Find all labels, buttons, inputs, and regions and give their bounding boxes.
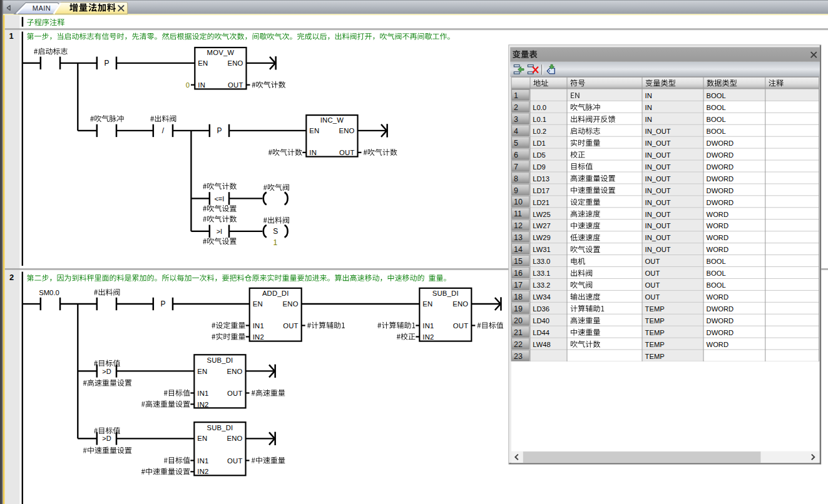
svg-text:TEMP: TEMP <box>645 305 665 313</box>
svg-text:SM0.0: SM0.0 <box>39 289 59 296</box>
svg-text:BOOL: BOOL <box>707 270 726 277</box>
svg-text:LD13: LD13 <box>533 175 549 183</box>
svg-text:2: 2 <box>514 103 518 112</box>
svg-text:OUT: OUT <box>453 322 468 330</box>
svg-text:OUT: OUT <box>339 149 354 156</box>
svg-text:10: 10 <box>514 198 523 206</box>
svg-text:LW31: LW31 <box>533 246 550 253</box>
svg-text:IN_OUT: IN_OUT <box>645 128 671 135</box>
svg-text:TEMP: TEMP <box>645 329 665 336</box>
svg-text:ENO: ENO <box>227 368 242 375</box>
svg-text:IN1: IN1 <box>253 322 264 330</box>
svg-text:DWORD: DWORD <box>707 187 734 194</box>
svg-text:EN: EN <box>197 368 207 375</box>
svg-text:EN: EN <box>422 300 432 308</box>
svg-text:IN: IN <box>198 81 205 89</box>
svg-text:6: 6 <box>514 151 518 159</box>
svg-text:BOOL: BOOL <box>707 92 726 99</box>
svg-text:DWORD: DWORD <box>707 199 734 206</box>
svg-text:L33.1: L33.1 <box>533 270 550 277</box>
svg-text:15: 15 <box>514 257 523 266</box>
svg-text:19: 19 <box>514 305 523 313</box>
svg-text:MOV_W: MOV_W <box>207 49 235 56</box>
svg-text:EN: EN <box>309 127 319 134</box>
svg-text:4: 4 <box>514 127 518 136</box>
svg-text:L0.1: L0.1 <box>533 116 546 123</box>
svg-text:L0.0: L0.0 <box>533 104 546 111</box>
svg-text:P: P <box>217 126 222 135</box>
svg-text:DWORD: DWORD <box>707 175 734 183</box>
svg-text:11: 11 <box>514 209 522 218</box>
svg-text:IN: IN <box>645 104 652 111</box>
svg-text:IN_OUT: IN_OUT <box>645 211 671 218</box>
svg-text:DWORD: DWORD <box>707 151 734 159</box>
svg-text:LD5: LD5 <box>533 151 546 159</box>
svg-text:ENO: ENO <box>227 59 243 67</box>
svg-text:LD40: LD40 <box>533 317 549 325</box>
svg-text:IN1: IN1 <box>197 390 208 397</box>
svg-text:WORD: WORD <box>707 211 728 218</box>
svg-text:DWORD: DWORD <box>707 163 734 171</box>
svg-text:>I: >I <box>217 228 222 235</box>
svg-text:LD9: LD9 <box>533 163 546 171</box>
svg-text:IN2: IN2 <box>422 333 434 341</box>
svg-text:TEMP: TEMP <box>645 317 665 325</box>
svg-text:L0.2: L0.2 <box>533 128 546 135</box>
svg-text:WORD: WORD <box>707 246 728 253</box>
svg-text:IN: IN <box>645 116 652 123</box>
svg-text:OUT: OUT <box>645 270 660 277</box>
svg-text:LW29: LW29 <box>533 234 550 241</box>
svg-text:WORD: WORD <box>707 341 728 348</box>
svg-text:OUT: OUT <box>227 457 242 465</box>
svg-text:>D: >D <box>102 368 111 375</box>
svg-text:IN_OUT: IN_OUT <box>645 187 671 194</box>
svg-text:2: 2 <box>9 273 14 282</box>
svg-text:IN_OUT: IN_OUT <box>645 139 671 147</box>
svg-text:>D: >D <box>102 435 111 442</box>
svg-text:LD36: LD36 <box>533 305 549 313</box>
svg-text:LW48: LW48 <box>533 341 550 348</box>
svg-text:12: 12 <box>514 221 523 230</box>
svg-text:L33.2: L33.2 <box>533 281 550 289</box>
svg-text:P: P <box>104 59 109 68</box>
svg-text:ENO: ENO <box>339 127 354 134</box>
svg-text:14: 14 <box>514 245 523 254</box>
svg-text:LW27: LW27 <box>533 222 550 229</box>
svg-text:LD44: LD44 <box>533 329 549 336</box>
svg-text:20: 20 <box>514 316 523 325</box>
svg-text:DWORD: DWORD <box>707 139 734 147</box>
svg-text:IN_OUT: IN_OUT <box>645 222 671 229</box>
svg-text:ADD_DI: ADD_DI <box>262 290 289 297</box>
svg-text:DWORD: DWORD <box>707 317 734 325</box>
svg-text:1: 1 <box>273 238 277 247</box>
svg-text:1: 1 <box>9 31 13 41</box>
svg-text:BOOL: BOOL <box>707 116 726 123</box>
svg-text:13: 13 <box>514 233 523 242</box>
svg-text:8: 8 <box>514 174 518 183</box>
svg-text:LW25: LW25 <box>533 211 550 218</box>
svg-text:MAIN: MAIN <box>33 4 51 12</box>
svg-text:22: 22 <box>514 340 523 349</box>
svg-text:SUB_DI: SUB_DI <box>207 424 233 431</box>
svg-text:IN_OUT: IN_OUT <box>645 175 671 183</box>
svg-text:OUT: OUT <box>228 81 243 89</box>
svg-text:ENO: ENO <box>227 435 242 442</box>
svg-text:IN1: IN1 <box>422 322 434 330</box>
svg-text:0: 0 <box>186 81 190 89</box>
svg-text:LD17: LD17 <box>533 187 549 194</box>
svg-text:5: 5 <box>514 139 518 148</box>
svg-text:18: 18 <box>514 293 523 301</box>
svg-text:BOOL: BOOL <box>707 258 726 265</box>
svg-text:IN_OUT: IN_OUT <box>645 234 671 241</box>
svg-text:S: S <box>273 227 278 236</box>
svg-text:L33.0: L33.0 <box>533 258 550 265</box>
svg-text:IN2: IN2 <box>197 401 208 408</box>
svg-text:21: 21 <box>514 328 523 337</box>
svg-text:9: 9 <box>514 186 518 195</box>
svg-text:WORD: WORD <box>707 222 728 229</box>
svg-text:IN_OUT: IN_OUT <box>645 246 671 253</box>
svg-text:DWORD: DWORD <box>707 329 734 336</box>
svg-text:IN: IN <box>645 92 652 99</box>
svg-text:IN_OUT: IN_OUT <box>645 199 671 206</box>
svg-text:23: 23 <box>514 352 523 361</box>
